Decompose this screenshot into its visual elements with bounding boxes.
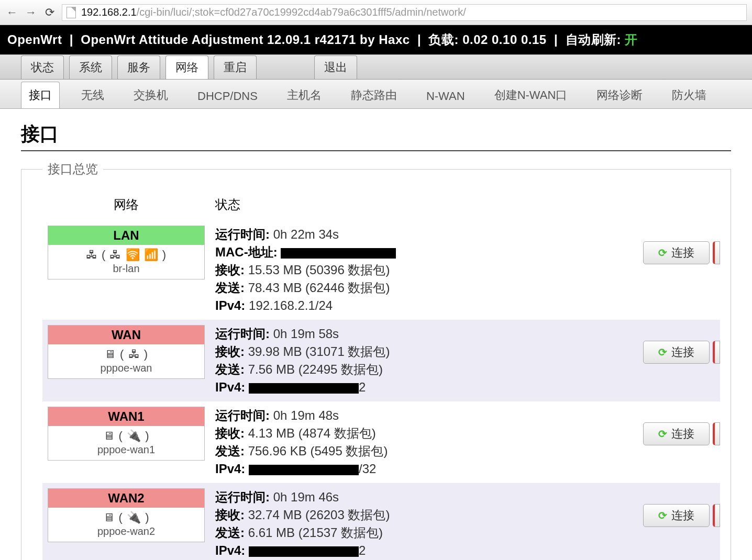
hostname: OpenWrt — [7, 32, 62, 47]
connect-button[interactable]: ⟳ 连接 — [643, 422, 710, 445]
main-tab-2[interactable]: 服务 — [117, 55, 160, 79]
interface-status: 运行时间: 0h 19m 58s 接收: 39.98 MB (31071 数据包… — [210, 325, 605, 396]
status-header: OpenWrt | OpenWrt Attitude Adjustment 12… — [0, 25, 752, 54]
main-tab-0[interactable]: 状态 — [21, 55, 64, 79]
load-values: 0.02 0.10 0.15 — [462, 32, 546, 47]
sub-tab-0[interactable]: 接口 — [21, 82, 60, 108]
interface-name: LAN — [48, 226, 204, 245]
interface-name: WAN — [48, 326, 204, 344]
autorefresh-state[interactable]: 开 — [625, 32, 638, 47]
stop-button[interactable] — [713, 341, 720, 364]
main-tabs: 状态系统服务网络重启退出 — [0, 54, 752, 80]
refresh-icon: ⟳ — [658, 428, 667, 440]
col-status: 状态 — [210, 196, 605, 213]
sub-tab-1[interactable]: 无线 — [73, 82, 112, 108]
main-tab-5[interactable]: 退出 — [314, 55, 357, 79]
stop-button[interactable] — [713, 504, 720, 527]
refresh-icon: ⟳ — [658, 509, 667, 522]
load-label: 负载: — [428, 32, 459, 47]
overview-legend: 接口总览 — [42, 161, 103, 177]
connect-label: 连接 — [671, 344, 694, 360]
interface-icons: 🖧 ( 🖧 🛜 📶 ) — [48, 248, 204, 262]
interface-icons: 🖥 ( 🔌 ) — [48, 511, 204, 524]
interface-row: WAN1 🖥 ( 🔌 ) pppoe-wan1 运行时间: 0h 19m 48s… — [42, 401, 720, 483]
col-network: 网络 — [42, 196, 210, 213]
interface-actions: ⟳ 连接 — [605, 325, 720, 364]
sub-tab-2[interactable]: 交换机 — [126, 82, 176, 108]
sub-tab-6[interactable]: N-WAN — [418, 84, 473, 108]
interface-box[interactable]: WAN 🖥 ( 🖧 ) pppoe-wan — [48, 325, 205, 379]
interface-icons: 🖥 ( 🖧 ) — [48, 348, 204, 361]
sub-tabs: 接口无线交换机DHCP/DNS主机名静态路由N-WAN创建N-WAN口网络诊断防… — [0, 80, 752, 109]
interface-device: pppoe-wan1 — [48, 444, 204, 456]
interface-device: pppoe-wan — [48, 362, 204, 374]
interface-status: 运行时间: 0h 22m 34s MAC-地址: 接收: 15.53 MB (5… — [210, 226, 605, 315]
interface-row: LAN 🖧 ( 🖧 🛜 📶 ) br-lan 运行时间: 0h 22m 34s … — [42, 220, 720, 320]
url-path: /cgi-bin/luci/;stok=cf0d27a70c19992cd4ab… — [137, 6, 466, 18]
interface-row: WAN 🖥 ( 🖧 ) pppoe-wan 运行时间: 0h 19m 58s 接… — [42, 320, 720, 401]
back-button[interactable]: ← — [5, 6, 19, 19]
connect-label: 连接 — [671, 245, 694, 261]
url-host: 192.168.2.1 — [81, 6, 137, 18]
interfaces-overview: 接口总览 网络 状态 LAN 🖧 ( 🖧 🛜 📶 ) br-lan 运行时间: … — [21, 161, 731, 560]
sub-tab-9[interactable]: 防火墙 — [664, 82, 714, 108]
main-tab-4[interactable]: 重启 — [214, 55, 257, 79]
reload-button[interactable]: ⟳ — [43, 6, 57, 19]
interface-status: 运行时间: 0h 19m 46s 接收: 32.74 MB (26203 数据包… — [210, 488, 605, 559]
refresh-icon: ⟳ — [658, 346, 667, 359]
interface-name: WAN2 — [48, 489, 204, 508]
column-headers: 网络 状态 — [42, 196, 720, 213]
sub-tab-5[interactable]: 静态路由 — [343, 82, 405, 108]
interface-status: 运行时间: 0h 19m 48s 接收: 4.13 MB (4874 数据包) … — [210, 407, 605, 478]
refresh-icon: ⟳ — [658, 247, 667, 259]
firmware: OpenWrt Attitude Adjustment 12.09.1 r421… — [81, 32, 410, 47]
interface-device: pppoe-wan2 — [48, 525, 204, 537]
interface-box[interactable]: WAN1 🖥 ( 🔌 ) pppoe-wan1 — [48, 407, 205, 461]
interface-box[interactable]: LAN 🖧 ( 🖧 🛜 📶 ) br-lan — [48, 226, 205, 279]
sub-tab-4[interactable]: 主机名 — [279, 82, 329, 108]
interface-icons: 🖥 ( 🔌 ) — [48, 429, 204, 443]
address-bar[interactable]: 192.168.2.1/cgi-bin/luci/;stok=cf0d27a70… — [62, 4, 747, 21]
browser-toolbar: ← → ⟳ 192.168.2.1/cgi-bin/luci/;stok=cf0… — [0, 0, 752, 25]
page-title: 接口 — [21, 121, 731, 151]
autorefresh-label: 自动刷新: — [566, 32, 622, 47]
connect-label: 连接 — [671, 508, 694, 523]
sub-tab-3[interactable]: DHCP/DNS — [190, 84, 266, 108]
main-tab-1[interactable]: 系统 — [69, 55, 112, 79]
interface-device: br-lan — [48, 263, 204, 275]
connect-button[interactable]: ⟳ 连接 — [643, 504, 710, 527]
main-tab-3[interactable]: 网络 — [165, 55, 208, 79]
stop-button[interactable] — [713, 422, 720, 445]
page-icon — [67, 7, 76, 18]
interface-name: WAN1 — [48, 407, 204, 426]
interface-box[interactable]: WAN2 🖥 ( 🔌 ) pppoe-wan2 — [48, 488, 205, 542]
interface-actions: ⟳ 连接 — [605, 226, 720, 264]
interface-actions: ⟳ 连接 — [605, 488, 720, 527]
connect-button[interactable]: ⟳ 连接 — [643, 341, 710, 364]
connect-button[interactable]: ⟳ 连接 — [643, 241, 710, 264]
sub-tab-8[interactable]: 网络诊断 — [589, 82, 650, 108]
sub-tab-7[interactable]: 创建N-WAN口 — [486, 82, 576, 108]
connect-label: 连接 — [671, 426, 694, 442]
forward-button[interactable]: → — [24, 6, 38, 19]
interface-actions: ⟳ 连接 — [605, 407, 720, 445]
stop-button[interactable] — [713, 241, 720, 264]
interface-row: WAN2 🖥 ( 🔌 ) pppoe-wan2 运行时间: 0h 19m 46s… — [42, 483, 720, 560]
